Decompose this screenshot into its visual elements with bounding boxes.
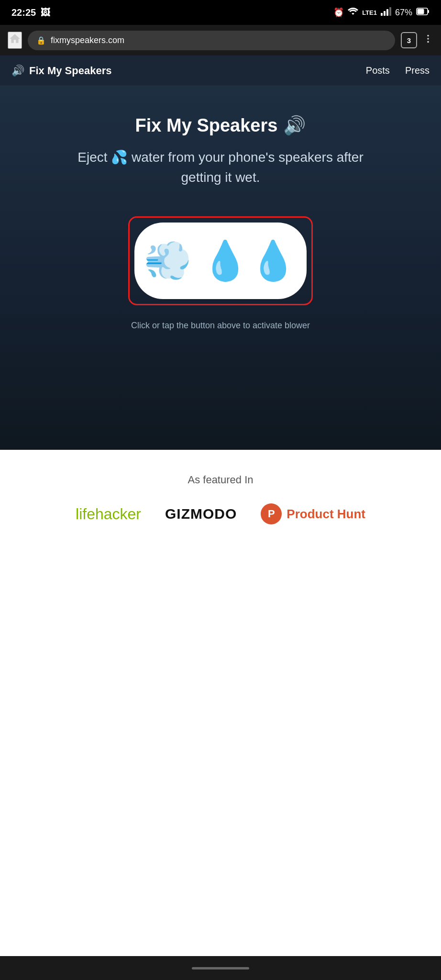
svg-point-7 xyxy=(427,35,429,37)
hero-title: Fix My Speakers 🔊 xyxy=(135,115,306,136)
featured-section: As featured In lifehacker GIZMODO P Prod… xyxy=(0,450,441,548)
bottom-nav xyxy=(0,956,441,980)
gizmodo-logo: GIZMODO xyxy=(165,506,237,522)
battery-percentage: 67% xyxy=(395,8,412,18)
browser-bar: 🔒 fixmyspeakers.com 3 xyxy=(0,25,441,56)
hero-title-text: Fix My Speakers xyxy=(135,115,278,136)
status-bar: 22:25 🖼 ⏰ LTE1 67% xyxy=(0,0,441,25)
nav-brand-text: Fix My Speakers xyxy=(29,65,111,77)
empty-space xyxy=(0,548,441,979)
blower-activate-button[interactable]: 💨 💧💧 xyxy=(134,223,307,299)
svg-rect-1 xyxy=(384,11,386,16)
nav-speaker-icon: 🔊 xyxy=(11,65,24,77)
svg-rect-2 xyxy=(386,9,388,16)
hero-water-icon: 💦 xyxy=(111,150,132,165)
status-time-area: 22:25 🖼 xyxy=(11,7,50,18)
lifehacker-text: life xyxy=(76,505,95,523)
time-display: 22:25 xyxy=(11,7,36,18)
producthunt-logo: P Product Hunt xyxy=(261,503,365,524)
blower-button-wrapper: 💨 💧💧 xyxy=(128,216,313,305)
svg-point-8 xyxy=(427,38,429,40)
producthunt-icon: P xyxy=(261,503,282,524)
lifehacker-bold: hacker xyxy=(95,505,141,523)
blower-hint-text: Click or tap the button above to activat… xyxy=(131,321,310,331)
water-drops-icon: 💧💧 xyxy=(201,238,297,283)
nav-press-link[interactable]: Press xyxy=(405,65,430,76)
site-navbar: 🔊 Fix My Speakers Posts Press xyxy=(0,56,441,86)
hero-eject-text: Eject xyxy=(77,150,107,165)
hero-subtitle: Eject 💦 water from your phone's speakers… xyxy=(72,147,369,188)
hero-speaker-icon: 🔊 xyxy=(283,115,306,136)
hero-section: Fix My Speakers 🔊 Eject 💦 water from you… xyxy=(0,86,441,450)
lte-icon: LTE1 xyxy=(362,9,377,16)
nav-posts-link[interactable]: Posts xyxy=(366,65,390,76)
wind-icon: 💨 xyxy=(144,238,192,283)
featured-logos: lifehacker GIZMODO P Product Hunt xyxy=(19,503,422,524)
tab-count[interactable]: 3 xyxy=(401,32,417,48)
status-icons-area: ⏰ LTE1 67% xyxy=(333,7,430,18)
browser-menu-button[interactable] xyxy=(423,33,433,47)
svg-rect-5 xyxy=(428,10,429,13)
lock-icon: 🔒 xyxy=(36,36,46,45)
bottom-home-indicator xyxy=(192,967,249,969)
svg-point-9 xyxy=(427,41,429,43)
nav-brand: 🔊 Fix My Speakers xyxy=(11,65,366,77)
url-text: fixmyspeakers.com xyxy=(51,35,124,45)
lifehacker-logo: lifehacker xyxy=(76,505,141,523)
alarm-icon: ⏰ xyxy=(333,7,344,18)
featured-title: As featured In xyxy=(19,474,422,486)
svg-rect-3 xyxy=(389,7,391,16)
wifi-icon xyxy=(348,7,358,18)
url-bar[interactable]: 🔒 fixmyspeakers.com xyxy=(28,31,395,50)
home-button[interactable] xyxy=(8,32,22,49)
image-icon: 🖼 xyxy=(41,7,50,18)
svg-rect-6 xyxy=(418,9,424,14)
signal-icon xyxy=(381,7,391,18)
battery-icon xyxy=(416,8,430,18)
nav-links: Posts Press xyxy=(366,65,430,76)
hero-subtitle-rest: water from your phone's speakers after g… xyxy=(132,150,364,185)
producthunt-text: Product Hunt xyxy=(287,507,365,522)
svg-rect-0 xyxy=(381,13,383,16)
